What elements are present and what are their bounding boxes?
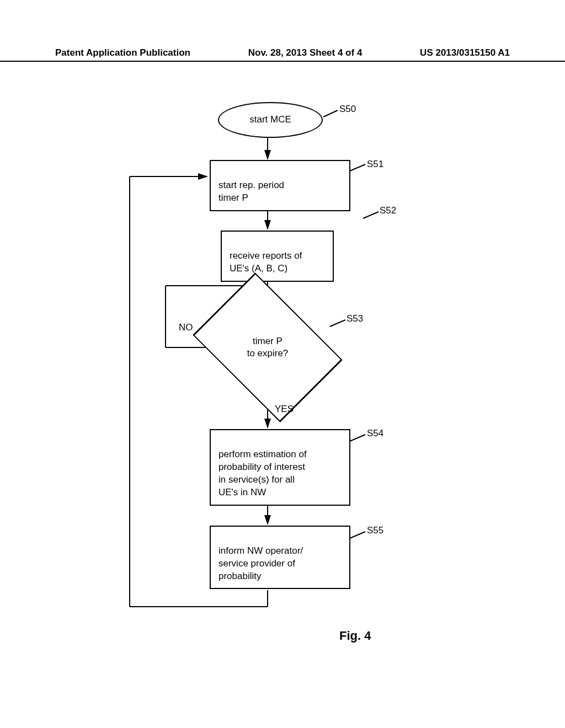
svg-line-13 [350,164,365,171]
flowchart: start MCE S50 start rep. period timer P … [0,99,565,651]
svg-line-17 [350,532,365,538]
start-node: start MCE [218,102,323,138]
svg-line-12 [323,110,338,117]
step-label-s55: S55 [367,525,383,536]
process-start-timer: start rep. period timer P [210,160,350,211]
process-estimate-probability: perform estimation of probability of int… [210,429,350,506]
decision-no-label: NO [179,322,193,333]
page-header: Patent Application Publication Nov. 28, … [0,47,565,62]
header-center: Nov. 28, 2013 Sheet 4 of 4 [248,47,363,58]
process-receive-reports: receive reports of UE's (A, B, C) [221,231,334,282]
decision-yes-label: YES [275,404,294,415]
step-label-s51: S51 [367,159,383,170]
step-label-s52: S52 [380,205,396,216]
process-inform-operator: inform NW operator/ service provider of … [210,526,350,589]
header-left: Patent Application Publication [55,47,190,58]
header-right: US 2013/0315150 A1 [420,47,510,58]
svg-line-15 [330,320,345,326]
figure-caption: Fig. 4 [339,629,371,643]
step-label-s53: S53 [347,313,363,324]
start-node-label: start MCE [249,114,291,126]
process-inform-operator-label: inform NW operator/ service provider of … [218,545,303,581]
step-label-s50: S50 [339,104,356,115]
process-start-timer-label: start rep. period timer P [218,180,284,203]
svg-line-14 [363,212,379,218]
process-receive-reports-label: receive reports of UE's (A, B, C) [230,250,302,274]
decision-timer-expire: timer P to expire? [223,303,312,392]
svg-line-16 [350,435,365,441]
step-label-s54: S54 [367,428,383,439]
decision-timer-expire-label: timer P to expire? [247,335,289,360]
process-estimate-probability-label: perform estimation of probability of int… [218,449,307,497]
